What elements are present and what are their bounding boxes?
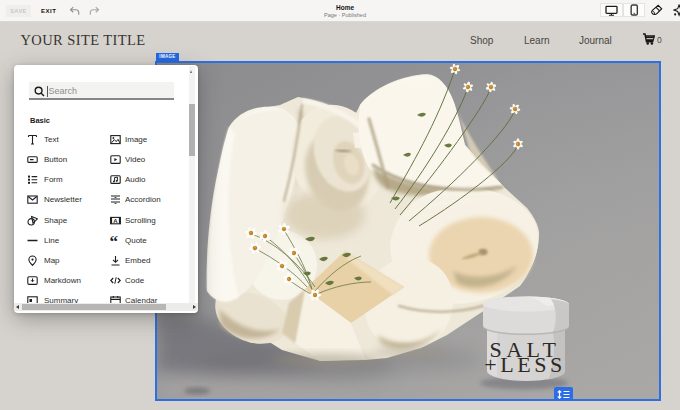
svg-text:A: A — [113, 217, 118, 223]
svg-text:“: “ — [110, 235, 118, 246]
svg-text:+LESS: +LESS — [484, 352, 565, 377]
